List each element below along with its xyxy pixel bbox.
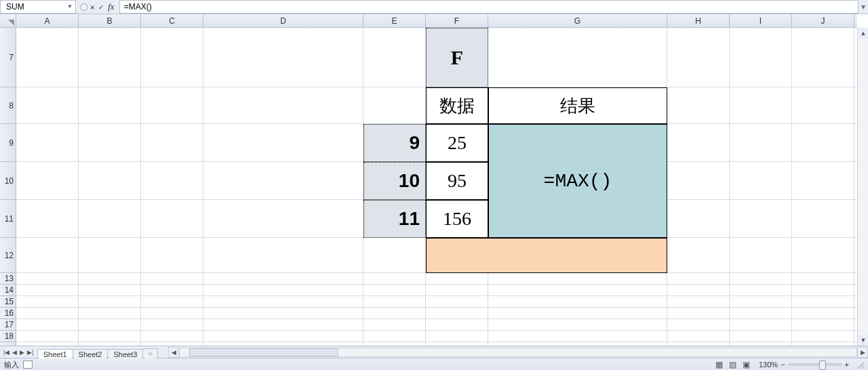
row-headers[interactable]: 789101112131415161718: [0, 28, 16, 346]
scroll-up-button[interactable]: ▲: [858, 28, 868, 39]
zoom-in-button[interactable]: +: [845, 361, 849, 369]
column-header-e[interactable]: E: [363, 14, 426, 27]
cell-layer: F 数据 结果 9 10 11 25 95 156 =MAX(): [16, 28, 857, 346]
zoom-level-label[interactable]: 130%: [759, 361, 778, 369]
vertical-scrollbar[interactable]: ▲ ▼: [857, 28, 868, 346]
overlay-row-label-2: 10: [363, 162, 426, 200]
zoom-control: 130% − +: [759, 361, 849, 369]
status-mode-label: 输入: [4, 360, 19, 370]
overlay-result-header: 结果: [488, 87, 667, 124]
column-header-g[interactable]: G: [488, 14, 667, 27]
row-header-18[interactable]: 18: [0, 331, 16, 342]
overlay-cell-f9[interactable]: 25: [426, 124, 488, 162]
horizontal-scrollbar[interactable]: ◀ ▶: [168, 346, 868, 358]
row-header-8[interactable]: 8: [0, 87, 16, 124]
zoom-out-button[interactable]: −: [781, 361, 785, 369]
column-header-c[interactable]: C: [141, 14, 203, 27]
spreadsheet-grid[interactable]: ABCDEFGHIJ 789101112131415161718 F 数据 结果…: [0, 14, 868, 346]
new-sheet-tab-button[interactable]: ✧: [142, 348, 158, 358]
overlay-cell-f10[interactable]: 95: [426, 162, 488, 200]
zoom-slider[interactable]: [788, 363, 842, 366]
tab-nav-prev[interactable]: ◀: [12, 349, 18, 356]
sheet-tab-1[interactable]: Sheet1: [37, 349, 73, 358]
overlay-cell-g-merged[interactable]: =MAX(): [488, 124, 667, 238]
status-bar: 输入 ▦ ▤ ▣ 130% − +: [0, 358, 868, 370]
row-header-12[interactable]: 12: [0, 238, 16, 273]
sheet-tab-3[interactable]: Sheet3: [107, 349, 143, 358]
row-header-16[interactable]: 16: [0, 308, 16, 319]
name-box-dropdown-icon[interactable]: ▼: [64, 4, 73, 9]
overlay-column-letter: F: [426, 28, 488, 87]
formula-bar-row: SUM ▼ ✕ ✓ fx =MAX() ▾: [0, 0, 868, 14]
tab-nav-last[interactable]: ▶|: [26, 349, 34, 356]
scroll-down-button[interactable]: ▼: [858, 335, 868, 346]
column-header-h[interactable]: H: [667, 14, 730, 27]
overlay-row-label-3: 11: [363, 200, 426, 238]
select-all-corner[interactable]: [0, 14, 16, 28]
column-header-i[interactable]: I: [730, 14, 792, 27]
sheet-tab-2[interactable]: Sheet2: [73, 349, 108, 358]
overlay-row-label-1: 9: [363, 124, 426, 162]
column-header-b[interactable]: B: [79, 14, 141, 27]
row-header-15[interactable]: 15: [0, 296, 16, 308]
row-header-10[interactable]: 10: [0, 162, 16, 200]
row-header-17[interactable]: 17: [0, 319, 16, 331]
column-header-j[interactable]: J: [792, 14, 854, 27]
macro-record-icon[interactable]: [23, 361, 33, 369]
view-pagelayout-icon[interactable]: ▤: [727, 360, 738, 369]
formula-bar-input[interactable]: =MAX(): [119, 0, 859, 14]
resize-grip-icon[interactable]: [856, 361, 864, 369]
top-bars: SUM ▼ ✕ ✓ fx =MAX() ▾: [0, 0, 868, 14]
column-header-d[interactable]: D: [203, 14, 363, 27]
hscroll-track[interactable]: [179, 348, 857, 357]
row-header-13[interactable]: 13: [0, 273, 16, 285]
trace-icon[interactable]: [80, 3, 87, 11]
sheet-tab-nav: |◀ ◀ ▶ ▶|: [0, 346, 37, 358]
formula-bar-expand-icon[interactable]: ▾: [859, 0, 868, 14]
hscroll-thumb[interactable]: [189, 348, 338, 356]
hscroll-left-button[interactable]: ◀: [168, 347, 179, 358]
row-header-7[interactable]: 7: [0, 28, 16, 87]
name-box[interactable]: SUM ▼: [0, 0, 76, 14]
overlay-row-12-strip[interactable]: [426, 238, 667, 273]
insert-function-button[interactable]: fx: [106, 1, 116, 12]
column-headers[interactable]: ABCDEFGHIJ: [16, 14, 857, 28]
hscroll-right-button[interactable]: ▶: [857, 347, 868, 358]
view-pagebreak-icon[interactable]: ▣: [741, 360, 752, 369]
formula-bar-buttons: ✕ ✓ fx: [77, 0, 119, 14]
cancel-button[interactable]: ✕: [89, 3, 96, 12]
column-header-f[interactable]: F: [426, 14, 488, 27]
row-header-14[interactable]: 14: [0, 285, 16, 296]
sheet-tabs: Sheet1 Sheet2 Sheet3 ✧: [37, 346, 158, 358]
column-header-a[interactable]: A: [16, 14, 79, 27]
enter-button[interactable]: ✓: [98, 3, 105, 12]
overlay-cell-f11[interactable]: 156: [426, 200, 488, 238]
tab-nav-next[interactable]: ▶: [19, 349, 25, 356]
sheet-tabs-row: |◀ ◀ ▶ ▶| Sheet1 Sheet2 Sheet3 ✧ ◀ ▶: [0, 346, 868, 358]
name-box-value: SUM: [6, 2, 64, 12]
tab-nav-first[interactable]: |◀: [3, 349, 10, 356]
view-normal-icon[interactable]: ▦: [713, 360, 725, 369]
overlay-data-header: 数据: [426, 87, 488, 124]
row-header-11[interactable]: 11: [0, 200, 16, 238]
view-buttons: ▦ ▤ ▣: [713, 360, 752, 369]
row-header-9[interactable]: 9: [0, 124, 16, 162]
